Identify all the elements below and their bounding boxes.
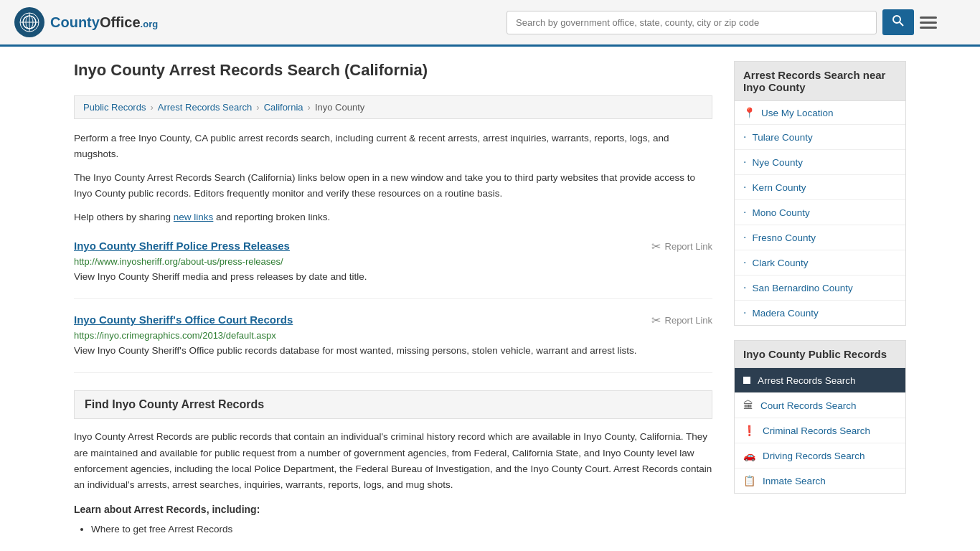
pub-record-icon-0: [743, 375, 750, 386]
breadcrumb: Public Records › Arrest Records Search ›…: [74, 95, 712, 119]
intro-para-3: Help others by sharing new links and rep…: [74, 209, 712, 225]
search-button[interactable]: [882, 9, 914, 35]
report-icon-1: ✂: [651, 240, 661, 253]
county-link-5[interactable]: Clark County: [752, 258, 808, 268]
intro-para-2: The Inyo County Arrest Records Search (C…: [74, 170, 712, 201]
link-desc-2: View Inyo County Sheriff's Office public…: [74, 344, 712, 358]
pub-record-3[interactable]: 🚗 Driving Records Search: [735, 443, 905, 468]
content-area: Inyo County Arrest Records Search (Calif…: [74, 61, 712, 538]
pub-record-link-3[interactable]: Driving Records Search: [763, 451, 865, 461]
sidebar: Arrest Records Search near Inyo County 📍…: [734, 61, 906, 538]
link-title-1[interactable]: Inyo County Sheriff Police Press Release…: [74, 240, 290, 252]
sidebar-county-0[interactable]: · Tulare County: [735, 125, 905, 150]
county-link-0[interactable]: Tulare County: [752, 132, 812, 143]
link-url-1: http://www.inyosheriff.org/about-us/pres…: [74, 256, 712, 267]
pub-record-icon-4: 📋: [743, 475, 755, 486]
sidebar-county-4[interactable]: · Fresno County: [735, 225, 905, 250]
county-link-3[interactable]: Mono County: [752, 207, 809, 218]
breadcrumb-current: Inyo County: [315, 102, 364, 113]
public-records-list: Arrest Records Search 🏛 Court Records Se…: [734, 368, 906, 494]
county-dot-4: ·: [743, 231, 746, 244]
report-link-btn-2[interactable]: ✂ Report Link: [651, 314, 712, 327]
pub-record-link-1[interactable]: Court Records Search: [760, 400, 857, 411]
use-my-location-link[interactable]: Use My Location: [761, 108, 834, 118]
pub-record-link-0[interactable]: Arrest Records Search: [758, 375, 856, 386]
report-link-label-2: Report Link: [665, 315, 712, 326]
link-item-2: Inyo County Sheriff's Office Court Recor…: [74, 314, 712, 373]
learn-heading: Learn about Arrest Records, including:: [74, 504, 712, 515]
county-link-7[interactable]: Madera County: [752, 308, 818, 319]
site-header: CountyOffice.org: [0, 0, 980, 47]
logo-icon: [14, 7, 44, 37]
menu-button[interactable]: [920, 17, 937, 29]
sidebar-county-6[interactable]: · San Bernardino County: [735, 276, 905, 301]
find-section-body: Inyo County Arrest Records are public re…: [74, 429, 712, 493]
intro-para-1: Perform a free Inyo County, CA public ar…: [74, 131, 712, 161]
menu-line: [920, 22, 937, 24]
breadcrumb-sep-2: ›: [256, 102, 259, 113]
location-pin-icon: 📍: [743, 107, 755, 118]
sidebar-county-2[interactable]: · Kern County: [735, 175, 905, 200]
county-dot-7: ·: [743, 306, 746, 319]
search-area: [507, 9, 937, 35]
report-link-btn-1[interactable]: ✂ Report Link: [651, 240, 712, 253]
menu-line: [920, 27, 937, 29]
pub-record-2[interactable]: ❗ Criminal Records Search: [735, 418, 905, 443]
pub-record-link-4[interactable]: Inmate Search: [763, 476, 826, 486]
sidebar-county-1[interactable]: · Nye County: [735, 150, 905, 175]
breadcrumb-sep-3: ›: [308, 102, 311, 113]
pub-record-1[interactable]: 🏛 Court Records Search: [735, 393, 905, 418]
link-title-2[interactable]: Inyo County Sheriff's Office Court Recor…: [74, 314, 293, 326]
new-links-link[interactable]: new links: [174, 212, 214, 222]
county-dot-3: ·: [743, 206, 746, 219]
find-section-heading: Find Inyo County Arrest Records: [74, 390, 712, 419]
pub-record-icon-3: 🚗: [743, 450, 755, 461]
public-records-title: Inyo County Public Records: [734, 340, 906, 368]
search-input[interactable]: [507, 11, 877, 34]
nearby-section: Arrest Records Search near Inyo County 📍…: [734, 61, 906, 326]
page-title: Inyo County Arrest Records Search (Calif…: [74, 61, 712, 85]
breadcrumb-california[interactable]: California: [264, 102, 303, 113]
county-dot-6: ·: [743, 281, 746, 294]
sidebar-county-5[interactable]: · Clark County: [735, 250, 905, 276]
main-container: Inyo County Arrest Records Search (Calif…: [60, 47, 920, 551]
sidebar-county-3[interactable]: · Mono County: [735, 200, 905, 225]
use-my-location-item[interactable]: 📍 Use My Location: [735, 101, 905, 125]
county-link-1[interactable]: Nye County: [752, 157, 803, 168]
link-item-1: Inyo County Sheriff Police Press Release…: [74, 240, 712, 299]
county-link-4[interactable]: Fresno County: [752, 232, 816, 243]
pub-record-link-2[interactable]: Criminal Records Search: [763, 425, 870, 436]
logo-area[interactable]: CountyOffice.org: [14, 7, 158, 37]
link-header-1: Inyo County Sheriff Police Press Release…: [74, 240, 712, 253]
intro-para-3-post: and reporting broken links.: [213, 212, 330, 222]
pub-record-icon-2: ❗: [743, 425, 755, 436]
active-square-icon: [743, 377, 750, 384]
breadcrumb-sep-1: ›: [150, 102, 153, 113]
svg-point-5: [893, 16, 900, 23]
pub-record-4[interactable]: 📋 Inmate Search: [735, 468, 905, 493]
link-desc-1: View Inyo County Sheriff media and press…: [74, 270, 712, 284]
bullet-list: Where to get free Arrest Records: [74, 521, 712, 538]
svg-line-6: [900, 22, 903, 26]
county-link-6[interactable]: San Bernardino County: [752, 283, 852, 293]
county-dot-0: ·: [743, 131, 746, 143]
nearby-title: Arrest Records Search near Inyo County: [734, 61, 906, 101]
county-dot-2: ·: [743, 181, 746, 194]
county-link-2[interactable]: Kern County: [752, 182, 806, 193]
breadcrumb-public-records[interactable]: Public Records: [83, 102, 146, 113]
link-header-2: Inyo County Sheriff's Office Court Recor…: [74, 314, 712, 327]
sidebar-county-7[interactable]: · Madera County: [735, 301, 905, 325]
county-dot-5: ·: [743, 256, 746, 269]
bullet-item-1: Where to get free Arrest Records: [91, 521, 712, 538]
menu-line: [920, 17, 937, 19]
nearby-list: 📍 Use My Location · Tulare County · Nye …: [734, 101, 906, 326]
nearby-title-text: Arrest Records Search near Inyo County: [743, 69, 885, 93]
link-url-2: https://inyo.crimegraphics.com/2013/defa…: [74, 330, 712, 341]
report-icon-2: ✂: [651, 314, 661, 327]
county-dot-1: ·: [743, 156, 746, 169]
logo-text: CountyOffice.org: [50, 14, 158, 31]
report-link-label-1: Report Link: [665, 241, 712, 252]
breadcrumb-arrest-records[interactable]: Arrest Records Search: [158, 102, 253, 113]
public-records-section: Inyo County Public Records Arrest Record…: [734, 340, 906, 494]
pub-record-0[interactable]: Arrest Records Search: [735, 368, 905, 393]
